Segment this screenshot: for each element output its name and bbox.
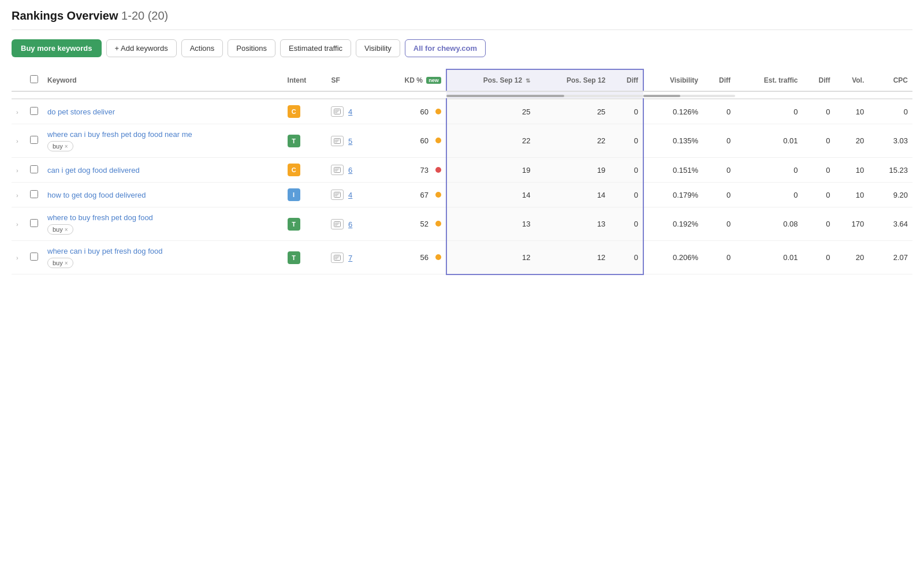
row-expander[interactable]: › bbox=[14, 192, 21, 199]
keyword-link[interactable]: do pet stores deliver bbox=[47, 107, 278, 116]
sf-cell: 4 bbox=[326, 99, 374, 124]
pos1-cell: 14 bbox=[446, 183, 535, 207]
row-expander-cell: › bbox=[12, 183, 25, 207]
pos2-cell: 13 bbox=[535, 207, 610, 241]
keyword-link[interactable]: can i get dog food delivered bbox=[47, 166, 278, 175]
table-header-row: Keyword Intent SF KD % new Pos. Sep 12 ⇅… bbox=[12, 69, 912, 91]
kd-cell: 52 bbox=[374, 207, 446, 241]
tab-traffic[interactable]: Estimated traffic bbox=[280, 39, 351, 57]
kd-value: 52 bbox=[420, 220, 429, 228]
header-progress-row bbox=[12, 91, 912, 99]
diff-est-cell: 0 bbox=[802, 99, 834, 124]
tag-badge: buy × bbox=[47, 224, 73, 235]
intent-badge: T bbox=[288, 135, 300, 147]
visibility-cell: 0.126% bbox=[643, 99, 703, 124]
table-row: › where can i buy fresh pet dog food nea… bbox=[12, 124, 912, 158]
diff-est-cell: 0 bbox=[802, 183, 834, 207]
kd-dot bbox=[435, 167, 441, 173]
row-checkbox-cell bbox=[25, 183, 43, 207]
diff-pos-cell: 0 bbox=[610, 99, 643, 124]
keyword-cell: where can i buy fresh pet dog food near … bbox=[43, 124, 283, 158]
row-checkbox[interactable] bbox=[30, 253, 38, 261]
cpc-cell: 3.03 bbox=[869, 124, 912, 158]
tab-positions[interactable]: Positions bbox=[228, 39, 275, 57]
sf-icon bbox=[331, 253, 344, 263]
diff-vis-cell: 0 bbox=[703, 99, 735, 124]
kd-value: 73 bbox=[420, 166, 429, 175]
kd-dot bbox=[435, 221, 441, 227]
intent-badge: I bbox=[288, 188, 300, 201]
pos2-cell: 25 bbox=[535, 99, 610, 124]
table-row: › can i get dog food delivered C 6 73 19… bbox=[12, 158, 912, 183]
row-checkbox[interactable] bbox=[30, 107, 38, 115]
cpc-cell: 2.07 bbox=[869, 241, 912, 274]
row-expander[interactable]: › bbox=[14, 254, 21, 261]
tab-all[interactable]: All for chewy.com bbox=[405, 39, 486, 57]
diff-est-cell: 0 bbox=[802, 207, 834, 241]
pos1-cell: 13 bbox=[446, 207, 535, 241]
row-expander[interactable]: › bbox=[14, 221, 21, 228]
row-checkbox[interactable] bbox=[30, 219, 38, 227]
row-expander-cell: › bbox=[12, 241, 25, 274]
cpc-header: CPC bbox=[869, 69, 912, 91]
diff-pos-cell: 0 bbox=[610, 207, 643, 241]
row-checkbox[interactable] bbox=[30, 136, 38, 144]
select-all-checkbox[interactable] bbox=[30, 75, 38, 83]
add-keywords-button[interactable]: + Add keywords bbox=[106, 39, 177, 57]
pos2-cell: 19 bbox=[535, 158, 610, 183]
vol-cell: 10 bbox=[835, 158, 869, 183]
intent-cell: T bbox=[283, 207, 327, 241]
diff-est-cell: 0 bbox=[802, 124, 834, 158]
actions-button[interactable]: Actions bbox=[181, 39, 223, 57]
row-checkbox[interactable] bbox=[30, 165, 38, 173]
sf-icon bbox=[331, 190, 344, 200]
row-expander-cell: › bbox=[12, 158, 25, 183]
tab-visibility[interactable]: Visibility bbox=[356, 39, 400, 57]
buy-keywords-button[interactable]: Buy more keywords bbox=[12, 39, 102, 57]
keyword-link[interactable]: where can i buy fresh pet dog food near … bbox=[47, 130, 278, 139]
pos1-header[interactable]: Pos. Sep 12 ⇅ bbox=[446, 69, 535, 91]
diff-pos-cell: 0 bbox=[610, 124, 643, 158]
keyword-link[interactable]: where to buy fresh pet dog food bbox=[47, 213, 278, 222]
sf-cell: 6 bbox=[326, 158, 374, 183]
cpc-cell: 15.23 bbox=[869, 158, 912, 183]
diff-vis-header: Diff bbox=[703, 69, 735, 91]
keyword-link[interactable]: where can i buy pet fresh dog food bbox=[47, 247, 278, 255]
diff-pos-header: Diff bbox=[610, 69, 643, 91]
sf-icon bbox=[331, 136, 344, 146]
sf-number: 7 bbox=[348, 254, 352, 262]
rankings-table: Keyword Intent SF KD % new Pos. Sep 12 ⇅… bbox=[12, 69, 912, 275]
toolbar: Buy more keywords + Add keywords Actions… bbox=[12, 39, 912, 57]
intent-badge: T bbox=[288, 218, 300, 231]
row-expander[interactable]: › bbox=[14, 138, 21, 144]
diff-vis-cell: 0 bbox=[703, 207, 735, 241]
sf-header: SF bbox=[326, 69, 374, 91]
row-expander[interactable]: › bbox=[14, 167, 21, 174]
keyword-header: Keyword bbox=[43, 69, 283, 91]
keyword-cell: do pet stores deliver bbox=[43, 99, 283, 124]
new-badge: new bbox=[426, 77, 441, 84]
keyword-cell: how to get dog food delivered bbox=[43, 183, 283, 207]
diff-vis-cell: 0 bbox=[703, 124, 735, 158]
kd-dot bbox=[435, 254, 441, 260]
row-checkbox[interactable] bbox=[30, 190, 38, 198]
diff-vis-cell: 0 bbox=[703, 241, 735, 274]
intent-header: Intent bbox=[283, 69, 327, 91]
tag-badge: buy × bbox=[47, 141, 73, 151]
sf-number: 4 bbox=[348, 191, 352, 199]
row-expander-cell: › bbox=[12, 124, 25, 158]
table-row: › how to get dog food delivered I 4 67 1… bbox=[12, 183, 912, 207]
row-expander[interactable]: › bbox=[14, 109, 21, 116]
diff-vis-cell: 0 bbox=[703, 183, 735, 207]
est-traffic-header: Est. traffic bbox=[735, 69, 802, 91]
kd-value: 60 bbox=[420, 107, 429, 116]
diff-pos-cell: 0 bbox=[610, 241, 643, 274]
est-traffic-cell: 0 bbox=[735, 158, 802, 183]
kd-cell: 67 bbox=[374, 183, 446, 207]
sf-icon bbox=[331, 219, 344, 229]
diff-pos-cell: 0 bbox=[610, 183, 643, 207]
keyword-link[interactable]: how to get dog food delivered bbox=[47, 191, 278, 199]
sort-icon: ⇅ bbox=[526, 77, 530, 84]
sf-number: 6 bbox=[348, 220, 352, 229]
keyword-cell: where to buy fresh pet dog foodbuy × bbox=[43, 207, 283, 241]
